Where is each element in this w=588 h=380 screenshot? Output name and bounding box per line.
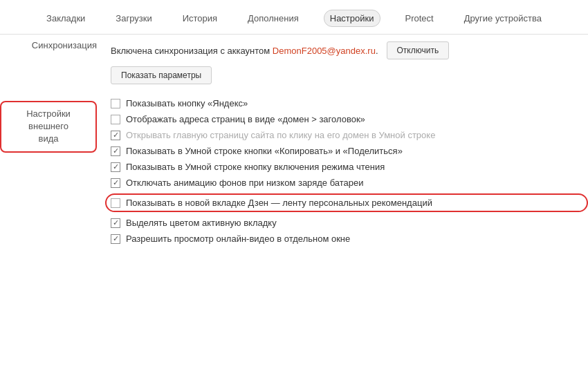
nav-item-downloads[interactable]: Загрузки: [110, 10, 157, 26]
checkbox-show-zen[interactable]: [111, 198, 120, 208]
checkbox-row-disable-animation: Отключать анимацию фонов при низком заря…: [111, 178, 588, 188]
checkbox-show-copy-share[interactable]: [111, 146, 120, 156]
checkbox-label-show-domain: Отображать адреса страниц в виде «домен …: [126, 114, 365, 124]
checkbox-row-show-yandex-btn: Показывать кнопку «Яндекс»: [111, 98, 588, 108]
checkbox-label-show-reading-mode: Показывать в Умной строке кнопку включен…: [126, 162, 385, 172]
sync-label: Синхронизация: [32, 40, 97, 50]
nav-item-extensions[interactable]: Дополнения: [242, 10, 304, 26]
checkbox-row-highlight-active-tab: Выделять цветом активную вкладку: [111, 218, 588, 228]
nav-item-other-devices[interactable]: Другие устройства: [459, 10, 547, 26]
checkbox-show-yandex-btn[interactable]: [111, 99, 120, 108]
checkbox-label-show-yandex-btn: Показывать кнопку «Яндекс»: [126, 98, 248, 108]
appearance-label: Настройки внешнеговида: [26, 108, 71, 144]
nav-item-history[interactable]: История: [177, 10, 223, 26]
checkbox-label-show-zen: Показывать в новой вкладке Дзен — ленту …: [126, 198, 432, 208]
checkbox-label-open-main-page: Открывать главную страницу сайта по клик…: [126, 130, 435, 140]
sync-row: Включена синхронизация с аккаунтом Demon…: [111, 41, 588, 59]
checkbox-show-domain[interactable]: [111, 115, 120, 124]
checkbox-label-disable-animation: Отключать анимацию фонов при низком заря…: [126, 178, 364, 188]
checkbox-label-show-copy-share: Показывать в Умной строке кнопки «Копиро…: [126, 146, 403, 156]
checkbox-show-reading-mode[interactable]: [111, 162, 120, 172]
checkbox-row-open-main-page: Открывать главную страницу сайта по клик…: [111, 130, 588, 140]
nav-item-settings[interactable]: Настройки: [324, 10, 380, 27]
sync-email: DemonF2005@yandex.ru: [273, 46, 376, 56]
disconnect-button[interactable]: Отключить: [387, 41, 450, 59]
checkbox-disable-animation[interactable]: [111, 178, 120, 188]
top-nav: ЗакладкиЗагрузкиИсторияДополненияНастрой…: [0, 0, 588, 35]
nav-item-protect[interactable]: Protect: [400, 10, 439, 26]
checkbox-row-show-reading-mode: Показывать в Умной строке кнопку включен…: [111, 162, 588, 172]
checkbox-row-show-copy-share: Показывать в Умной строке кнопки «Копиро…: [111, 146, 588, 156]
appearance-label-wrapper: Настройки внешнеговида: [0, 98, 111, 244]
checkboxes-col: Показывать кнопку «Яндекс»Отображать адр…: [111, 98, 588, 244]
nav-item-bookmarks[interactable]: Закладки: [41, 10, 91, 26]
show-params-row: Показать параметры: [111, 66, 588, 84]
checkbox-video-popup[interactable]: [111, 234, 120, 244]
sync-status-text: Включена синхронизация с аккаунтом Demon…: [111, 46, 378, 56]
sync-section: Синхронизация Включена синхронизация с а…: [0, 35, 588, 84]
show-params-button[interactable]: Показать параметры: [111, 66, 212, 84]
checkbox-label-highlight-active-tab: Выделять цветом активную вкладку: [126, 218, 277, 228]
checkbox-highlight-active-tab[interactable]: [111, 218, 120, 228]
checkbox-row-show-domain: Отображать адреса страниц в виде «домен …: [111, 114, 588, 124]
appearance-section: Настройки внешнеговида Показывать кнопку…: [0, 98, 588, 244]
checkbox-row-video-popup: Разрешить просмотр онлайн-видео в отдель…: [111, 234, 588, 244]
checkbox-label-video-popup: Разрешить просмотр онлайн-видео в отдель…: [126, 234, 350, 244]
appearance-label-box: Настройки внешнеговида: [0, 101, 97, 153]
checkbox-row-show-zen: Показывать в новой вкладке Дзен — ленту …: [105, 193, 588, 212]
checkbox-open-main-page[interactable]: [111, 131, 120, 140]
